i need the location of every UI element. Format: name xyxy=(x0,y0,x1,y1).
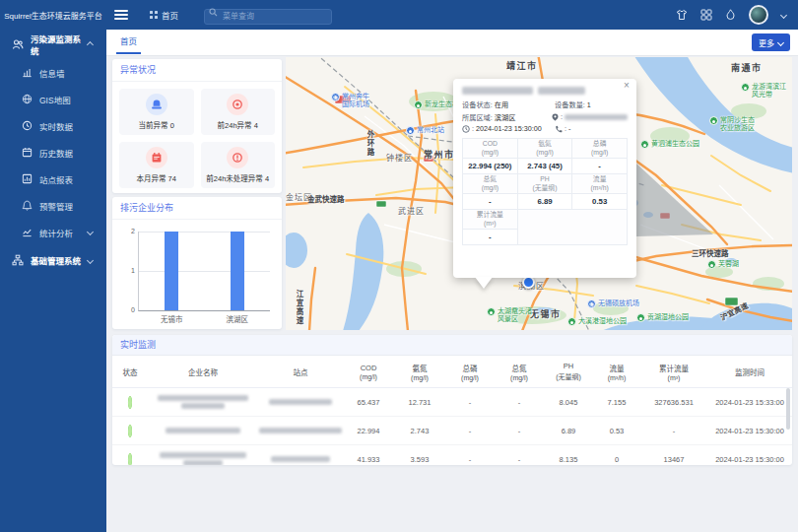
table-row[interactable]: 41.933 3.593 - - 8.135 0 13467 2024-01-2… xyxy=(112,445,792,466)
bar-wuxi xyxy=(165,232,178,310)
device-phone: :- xyxy=(555,124,570,133)
siren-icon xyxy=(146,94,167,115)
map-label-road: 外环路 xyxy=(365,130,375,157)
park-icon xyxy=(636,313,645,322)
table-row[interactable]: 65.437 12.731 - - 8.045 7.155 327636.531… xyxy=(112,388,792,417)
device-status: 设备状态:在用 xyxy=(462,100,555,109)
map-label-road: 三环快速路 xyxy=(692,247,729,258)
stat-card-current-abnormal[interactable]: 当前异常 0 xyxy=(119,89,194,135)
park-icon xyxy=(487,307,496,316)
status-dot-online xyxy=(128,396,132,409)
map-label-road: 金武快速路 xyxy=(307,193,345,204)
more-button[interactable]: 更多 xyxy=(752,33,790,51)
bar-chart: 2 1 0 无锡市 滨湖区 xyxy=(138,232,270,311)
stat-card-24h-abnormal[interactable]: 前24h异常 4 xyxy=(201,89,276,135)
map-label-city: 常州市 xyxy=(424,148,455,161)
calendar-icon xyxy=(146,147,167,168)
sidebar-group-pollution-system[interactable]: 污染源监测系统 xyxy=(0,30,106,59)
fullscreen-layout-icon[interactable] xyxy=(700,9,712,21)
map-label-road: 江宜高速 xyxy=(294,290,304,325)
enterprise-distribution-panel: 排污企业分布 2 1 0 无锡市 滨湖区 xyxy=(112,197,282,329)
alarm-icon xyxy=(227,94,248,115)
home-grid-icon xyxy=(150,11,158,19)
device-address-redacted: : xyxy=(552,112,628,122)
map-poi-label: 太湖鼋头渚风景区 xyxy=(487,307,532,324)
panel-title: 实时监测 xyxy=(112,335,792,356)
close-icon[interactable]: × xyxy=(621,80,632,92)
map-poi-label: 黄泗浦生态公园 xyxy=(640,140,699,149)
airport-icon: ✈ xyxy=(331,93,340,101)
park-icon xyxy=(741,83,750,92)
panel-title: 排污企业分布 xyxy=(112,197,282,220)
sidebar-item-statistics[interactable]: 统计分析 xyxy=(0,219,106,245)
location-pin-icon xyxy=(552,113,559,121)
x-category: 滨湖区 xyxy=(216,313,259,324)
history-data-icon xyxy=(22,147,33,158)
expand-chevron-icon xyxy=(87,256,94,263)
station-name-redacted xyxy=(258,388,343,417)
chevron-down-icon xyxy=(777,38,784,45)
warning-icon xyxy=(227,147,248,168)
base-system-icon xyxy=(12,254,24,266)
popup-pointer xyxy=(475,277,493,289)
panel-title: 异常状况 xyxy=(112,59,282,82)
table-row[interactable]: 22.994 2.743 - - 6.89 0.53 - 2024-01-23 … xyxy=(112,417,792,445)
realtime-table: 状态 企业名称 站点 COD(mg/l) 氨氮(mg/l) 总磷(mg/l) 总… xyxy=(112,356,792,465)
map-poi-label: 贡湖湿地公园 xyxy=(636,313,689,322)
sidebar-item-alert-management[interactable]: 预警管理 xyxy=(0,192,106,219)
park-icon xyxy=(567,317,576,326)
park-icon xyxy=(709,116,718,125)
map-poi-label: 常阴沙生态农业旅游区 xyxy=(709,116,755,133)
tabbar: 首页 更多 xyxy=(106,30,798,56)
sidebar-item-realtime-data[interactable]: 实时数据 xyxy=(0,112,106,139)
phone-icon xyxy=(555,125,563,133)
app-root: Squirrel生态环境云服务平台 首页 xyxy=(0,0,798,532)
enterprise-name-redacted xyxy=(148,388,258,417)
device-info-popup: × 设备状态:在用 设备数量:1 所属区域:滨湖区 : xyxy=(453,79,636,278)
stat-card-month-abnormal[interactable]: 本月异常 74 xyxy=(119,142,194,188)
breadcrumb[interactable]: 首页 xyxy=(150,9,178,21)
stat-card-24h-unhandled-abnormal[interactable]: 前24h未处理异常 4 xyxy=(201,142,276,188)
map-label-city: 无锡市 xyxy=(530,307,562,320)
bar-binhu xyxy=(231,232,244,310)
park-icon xyxy=(414,100,423,109)
gis-map-view[interactable]: 靖江市 南通市 常州市 无锡市 钟楼区 武进区 金坛区 滨湖区 金武快速路 三环… xyxy=(286,57,792,330)
train-station-icon xyxy=(406,126,415,135)
menu-search xyxy=(204,5,332,25)
map-label-city: 靖江市 xyxy=(506,59,538,72)
x-category: 无锡市 xyxy=(150,313,193,324)
sidebar-group-base-system[interactable]: 基础管理系统 xyxy=(0,245,106,275)
collapse-chevron-icon xyxy=(87,40,94,47)
popup-metrics-table: COD(mg/l) 氨氮(mg/l) 总磷(mg/l) 22.994 (250)… xyxy=(462,138,628,245)
sidebar-item-history-data[interactable]: 历史数据 xyxy=(0,139,106,166)
gis-map-icon xyxy=(22,94,33,104)
station-report-icon xyxy=(22,173,33,184)
pollution-system-icon xyxy=(12,38,24,50)
search-input[interactable] xyxy=(204,9,332,25)
map-poi-label: ✈无锡硕放机场 xyxy=(587,299,639,308)
sidebar-item-info-wall[interactable]: 信息墙 xyxy=(0,59,106,86)
platform-logo: Squirrel生态环境云服务平台 xyxy=(0,10,106,21)
flame-icon[interactable] xyxy=(725,9,736,21)
sidebar-item-gis-map[interactable]: GIS地图 xyxy=(0,86,106,112)
clock-icon xyxy=(462,125,470,133)
topbar-actions xyxy=(676,5,798,25)
menu-toggle-icon[interactable] xyxy=(114,10,128,20)
y-tick: 1 xyxy=(123,267,135,274)
sidebar: 污染源监测系统 信息墙 GIS地图 实时数据 历史数据 站点报表 预警管理 xyxy=(0,30,106,532)
station-name-redacted xyxy=(258,445,343,466)
park-icon xyxy=(707,260,716,269)
abnormal-status-panel: 异常状况 当前异常 0 前24h异常 4 xyxy=(112,59,282,193)
user-menu-chevron-icon[interactable] xyxy=(780,11,787,18)
alert-management-icon xyxy=(22,200,33,211)
sidebar-item-station-report[interactable]: 站点报表 xyxy=(0,166,106,192)
table-header-row: 状态 企业名称 站点 COD(mg/l) 氨氮(mg/l) 总磷(mg/l) 总… xyxy=(112,356,792,388)
park-icon xyxy=(640,140,649,149)
tab-home[interactable]: 首页 xyxy=(116,30,141,54)
theme-skin-icon[interactable] xyxy=(676,9,688,21)
map-poi-label: 龙游湾滨江风光带 xyxy=(741,83,786,100)
map-label-district: 武进区 xyxy=(398,205,425,216)
user-avatar[interactable] xyxy=(749,5,768,25)
realtime-monitor-panel: 实时监测 状态 企业名称 站点 COD(mg/l) 氨氮(mg/l) 总磷(mg… xyxy=(112,335,792,465)
table-scrollbar[interactable] xyxy=(786,388,790,430)
